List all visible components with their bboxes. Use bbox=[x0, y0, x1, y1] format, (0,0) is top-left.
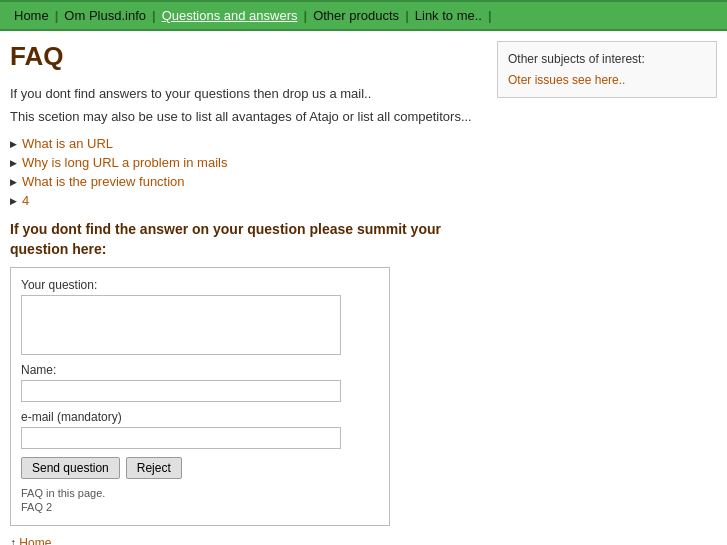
email-input[interactable] bbox=[21, 427, 341, 449]
nav-link[interactable]: Link to me.. bbox=[409, 6, 488, 25]
list-item: 4 bbox=[10, 193, 485, 208]
name-label: Name: bbox=[21, 363, 379, 377]
nav-home[interactable]: Home bbox=[8, 6, 55, 25]
faq-link-1[interactable]: What is an URL bbox=[22, 136, 113, 151]
form-footer-1: FAQ in this page. bbox=[21, 487, 379, 499]
nav-about[interactable]: Om Plusd.info bbox=[58, 6, 152, 25]
send-button[interactable]: Send question bbox=[21, 457, 120, 479]
list-item: Why is long URL a problem in mails bbox=[10, 155, 485, 170]
reject-button[interactable]: Reject bbox=[126, 457, 182, 479]
sidebar-box: Other subjects of interest: Oter issues … bbox=[497, 41, 717, 98]
navbar: Home | Om Plusd.info | Questions and ans… bbox=[0, 0, 727, 31]
content-area: FAQ If you dont find answers to your que… bbox=[10, 41, 497, 545]
intro-text-2: This scetion may also be use to list all… bbox=[10, 109, 485, 124]
faq-link-4[interactable]: 4 bbox=[22, 193, 29, 208]
home-arrow: ↑ bbox=[10, 536, 19, 545]
nav-products[interactable]: Other products bbox=[307, 6, 405, 25]
sidebar: Other subjects of interest: Oter issues … bbox=[497, 41, 717, 545]
home-link-row: ↑ Home bbox=[10, 536, 485, 545]
name-input[interactable] bbox=[21, 380, 341, 402]
sidebar-link[interactable]: Oter issues see here.. bbox=[508, 73, 625, 87]
page-title: FAQ bbox=[10, 41, 485, 72]
list-item: What is the preview function bbox=[10, 174, 485, 189]
question-textarea[interactable] bbox=[21, 295, 341, 355]
faq-link-2[interactable]: Why is long URL a problem in mails bbox=[22, 155, 227, 170]
list-item: What is an URL bbox=[10, 136, 485, 151]
question-form: Your question: Name: e-mail (mandatory) … bbox=[10, 267, 390, 526]
cta-text: If you dont find the answer on your ques… bbox=[10, 220, 485, 259]
form-footer-2: FAQ 2 bbox=[21, 501, 379, 513]
nav-sep-5: | bbox=[488, 8, 492, 23]
nav-qa[interactable]: Questions and answers bbox=[156, 6, 304, 25]
intro-text-1: If you dont find answers to your questio… bbox=[10, 86, 485, 101]
sidebar-title: Other subjects of interest: bbox=[508, 52, 706, 66]
question-label: Your question: bbox=[21, 278, 379, 292]
form-buttons: Send question Reject bbox=[21, 457, 379, 479]
faq-list: What is an URL Why is long URL a problem… bbox=[10, 136, 485, 208]
main-layout: FAQ If you dont find answers to your que… bbox=[0, 31, 727, 545]
faq-link-3[interactable]: What is the preview function bbox=[22, 174, 185, 189]
email-label: e-mail (mandatory) bbox=[21, 410, 379, 424]
home-link[interactable]: Home bbox=[19, 536, 51, 545]
